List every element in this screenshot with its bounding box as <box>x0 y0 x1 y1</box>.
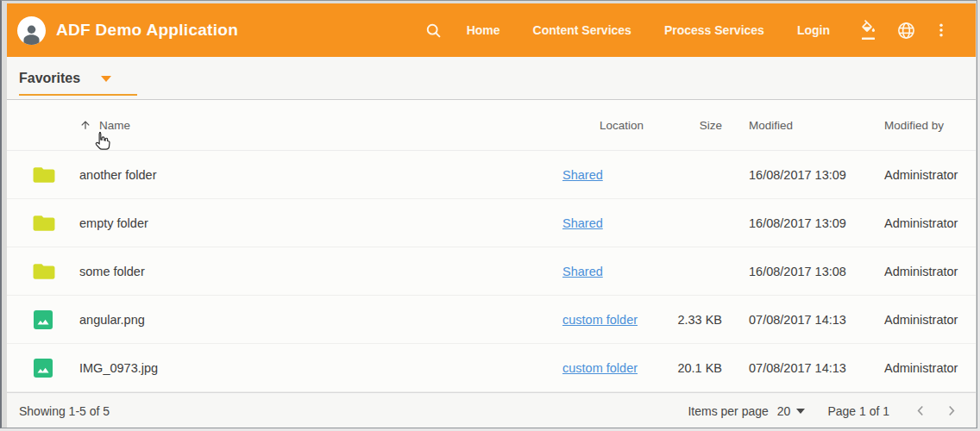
theme-fill-icon[interactable] <box>859 20 880 41</box>
folder-icon <box>28 166 79 184</box>
modified-date: 16/08/2017 13:09 <box>722 216 879 230</box>
file-size: 2.33 KB <box>654 313 722 327</box>
table-row[interactable]: IMG_0973.jpg custom folder 20.1 KB 07/08… <box>7 344 976 392</box>
modified-date: 16/08/2017 13:09 <box>722 168 879 182</box>
column-header-location[interactable]: Location <box>562 119 654 132</box>
app-header: ADF Demo Application Home Content Servic… <box>7 3 976 57</box>
modified-by: Administrator <box>879 361 976 375</box>
caret-down-icon <box>796 409 805 414</box>
app-title: ADF Demo Application <box>56 21 238 40</box>
person-icon <box>20 22 43 45</box>
image-file-icon <box>28 358 79 378</box>
table-header-row: Name Location Size Modified Modified by <box>7 100 976 151</box>
modified-date: 07/08/2017 14:13 <box>722 313 879 327</box>
document-list: Name Location Size Modified Modified by … <box>7 100 976 392</box>
file-name[interactable]: IMG_0973.jpg <box>79 361 562 375</box>
folder-icon <box>28 262 79 281</box>
column-header-name[interactable]: Name <box>28 119 562 132</box>
caret-down-icon <box>101 76 111 82</box>
items-per-page: Items per page 20 <box>688 404 805 418</box>
table-row[interactable]: angular.png custom folder 2.33 KB 07/08/… <box>7 296 976 344</box>
header-navigation: Home Content Services Process Services L… <box>467 23 830 37</box>
nav-content-services[interactable]: Content Services <box>533 23 631 37</box>
column-header-modified[interactable]: Modified <box>722 119 879 132</box>
page-info: Page 1 of 1 <box>827 404 889 418</box>
location-link[interactable]: custom folder <box>562 361 638 375</box>
modified-date: 16/08/2017 13:08 <box>722 265 879 278</box>
table-row[interactable]: empty folder Shared 16/08/2017 13:09 Adm… <box>7 199 976 247</box>
file-name[interactable]: angular.png <box>79 313 562 327</box>
favorites-dropdown[interactable]: Favorites <box>19 71 137 96</box>
showing-count: Showing 1-5 of 5 <box>19 404 110 418</box>
language-globe-icon[interactable] <box>896 21 916 41</box>
file-name[interactable]: some folder <box>79 265 562 278</box>
favorites-label: Favorites <box>19 71 80 86</box>
header-action-icons <box>859 20 950 41</box>
file-name[interactable]: another folder <box>79 168 562 182</box>
file-size: 20.1 KB <box>654 361 722 375</box>
nav-login[interactable]: Login <box>797 23 830 37</box>
sort-ascending-icon <box>79 119 91 131</box>
nav-process-services[interactable]: Process Services <box>664 23 764 37</box>
modified-date: 07/08/2017 14:13 <box>722 361 879 375</box>
nav-home[interactable]: Home <box>467 23 500 37</box>
location-link[interactable]: custom folder <box>562 313 638 327</box>
chevron-left-icon[interactable] <box>912 402 930 420</box>
table-row[interactable]: another folder Shared 16/08/2017 13:09 A… <box>7 151 976 199</box>
modified-by: Administrator <box>879 216 976 230</box>
app-window: ADF Demo Application Home Content Servic… <box>0 0 977 428</box>
search-icon[interactable] <box>424 22 443 40</box>
location-link[interactable]: Shared <box>562 216 603 230</box>
pagination-bar: Showing 1-5 of 5 Items per page 20 Page … <box>7 392 976 428</box>
adf-demo-app: ADF Demo Application Home Content Servic… <box>7 3 976 427</box>
modified-by: Administrator <box>879 168 976 182</box>
file-name[interactable]: empty folder <box>79 216 562 230</box>
image-file-icon <box>28 309 79 330</box>
column-header-modified-by[interactable]: Modified by <box>879 119 976 132</box>
items-per-page-select[interactable]: 20 <box>777 404 806 418</box>
more-vert-icon[interactable] <box>933 22 950 39</box>
view-selector-bar: Favorites <box>7 57 976 100</box>
user-avatar[interactable] <box>17 16 46 45</box>
modified-by: Administrator <box>879 265 976 278</box>
modified-by: Administrator <box>879 313 976 327</box>
location-link[interactable]: Shared <box>562 265 603 278</box>
folder-icon <box>28 214 79 233</box>
table-row[interactable]: some folder Shared 16/08/2017 13:08 Admi… <box>7 247 976 296</box>
chevron-right-icon[interactable] <box>942 402 960 420</box>
column-header-size[interactable]: Size <box>654 119 722 132</box>
items-per-page-label: Items per page <box>688 404 768 418</box>
location-link[interactable]: Shared <box>562 168 603 182</box>
